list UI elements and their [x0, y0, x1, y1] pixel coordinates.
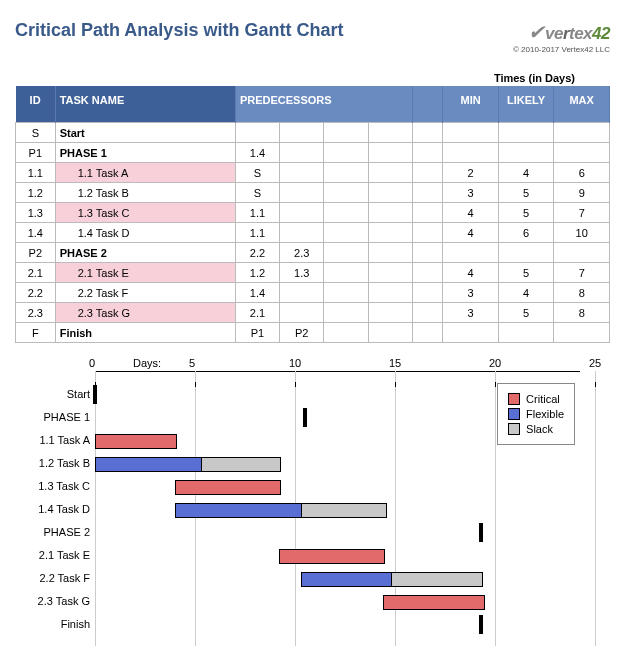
table-header-row: ID TASK NAME PREDECESSORS MIN LIKELY MAX: [16, 86, 610, 123]
cell-max: 6: [554, 163, 610, 183]
gantt-row: 2.1 Task E: [15, 546, 580, 566]
logo-block: ✔vertex42 © 2010-2017 Vertex42 LLC: [513, 20, 610, 54]
cell-gap: [412, 263, 443, 283]
cell-id: 2.1: [16, 263, 56, 283]
gantt-row-label: 1.1 Task A: [15, 434, 90, 446]
cell-likely: [498, 243, 554, 263]
cell-gap: [412, 123, 443, 143]
cell-pred: 1.1: [235, 203, 279, 223]
cell-gap: [412, 203, 443, 223]
cell-pred: [368, 223, 412, 243]
gantt-bar-crit: [95, 434, 177, 449]
cell-name: 1.1 Task A: [55, 163, 235, 183]
cell-pred: [280, 123, 324, 143]
col-pred: PREDECESSORS: [235, 86, 412, 123]
legend: Critical Flexible Slack: [497, 383, 575, 445]
cell-pred: [324, 283, 368, 303]
gantt-row-label: 2.3 Task G: [15, 595, 90, 607]
cell-pred: [324, 243, 368, 263]
gantt-bar-flex: [175, 503, 303, 518]
gantt-row: Start: [15, 385, 580, 405]
cell-name: Finish: [55, 323, 235, 343]
cell-id: S: [16, 123, 56, 143]
cell-pred: [280, 143, 324, 163]
gantt-bar-crit: [175, 480, 281, 495]
table-row[interactable]: 2.22.2 Task F1.4348: [16, 283, 610, 303]
table-row[interactable]: FFinishP1P2: [16, 323, 610, 343]
cell-likely: 5: [498, 203, 554, 223]
cell-pred: [324, 303, 368, 323]
cell-name: 2.3 Task G: [55, 303, 235, 323]
cell-name: 1.3 Task C: [55, 203, 235, 223]
cell-pred: P1: [235, 323, 279, 343]
cell-id: P1: [16, 143, 56, 163]
cell-max: [554, 323, 610, 343]
gantt-bar-crit: [279, 549, 385, 564]
col-max: MAX: [554, 86, 610, 123]
cell-gap: [412, 183, 443, 203]
cell-gap: [412, 303, 443, 323]
table-row[interactable]: 1.11.1 Task AS246: [16, 163, 610, 183]
cell-max: 10: [554, 223, 610, 243]
cell-pred: [368, 243, 412, 263]
cell-likely: 5: [498, 183, 554, 203]
cell-pred: [368, 303, 412, 323]
cell-likely: 4: [498, 163, 554, 183]
cell-likely: [498, 143, 554, 163]
table-row[interactable]: 2.12.1 Task E1.21.3457: [16, 263, 610, 283]
cell-pred: 1.1: [235, 223, 279, 243]
cell-pred: 1.3: [280, 263, 324, 283]
cell-pred: [324, 323, 368, 343]
cell-likely: [498, 323, 554, 343]
cell-likely: 6: [498, 223, 554, 243]
table-row[interactable]: SStart: [16, 123, 610, 143]
gantt-marker: [93, 385, 97, 404]
cell-min: 4: [443, 203, 499, 223]
cell-max: 9: [554, 183, 610, 203]
gantt-row-label: Start: [15, 388, 90, 400]
legend-critical: Critical: [508, 393, 564, 405]
gantt-row: 2.3 Task G: [15, 592, 580, 612]
cell-min: 3: [443, 183, 499, 203]
gantt-row: 1.4 Task D: [15, 500, 580, 520]
gantt-bar-slack: [391, 572, 483, 587]
gantt-row: 1.3 Task C: [15, 477, 580, 497]
cell-pred: [368, 203, 412, 223]
cell-min: 2: [443, 163, 499, 183]
cell-max: 8: [554, 283, 610, 303]
cell-gap: [412, 283, 443, 303]
gantt-row-label: 1.2 Task B: [15, 457, 90, 469]
cell-pred: P2: [280, 323, 324, 343]
table-row[interactable]: P1PHASE 11.4: [16, 143, 610, 163]
gantt-row-label: 1.4 Task D: [15, 503, 90, 515]
cell-min: [443, 323, 499, 343]
cell-min: 4: [443, 263, 499, 283]
gantt-row: Finish: [15, 615, 580, 635]
table-row[interactable]: P2PHASE 22.22.3: [16, 243, 610, 263]
gantt-row-label: 1.3 Task C: [15, 480, 90, 492]
table-row[interactable]: 2.32.3 Task G2.1358: [16, 303, 610, 323]
gantt-bar-flex: [301, 572, 393, 587]
cell-min: [443, 243, 499, 263]
table-row[interactable]: 1.31.3 Task C1.1457: [16, 203, 610, 223]
gantt-row-label: 2.2 Task F: [15, 572, 90, 584]
table-row[interactable]: 1.41.4 Task D1.14610: [16, 223, 610, 243]
cell-id: 1.4: [16, 223, 56, 243]
table-row[interactable]: 1.21.2 Task BS359: [16, 183, 610, 203]
gantt-bar-slack: [201, 457, 281, 472]
col-gap: [412, 86, 443, 123]
cell-name: 2.1 Task E: [55, 263, 235, 283]
cell-min: [443, 123, 499, 143]
cell-gap: [412, 323, 443, 343]
col-min: MIN: [443, 86, 499, 123]
gantt-row-label: 2.1 Task E: [15, 549, 90, 561]
cell-min: [443, 143, 499, 163]
gantt-bar-flex: [95, 457, 203, 472]
cell-id: 1.1: [16, 163, 56, 183]
cell-pred: 1.4: [235, 143, 279, 163]
gantt-row: 2.2 Task F: [15, 569, 580, 589]
cell-pred: [324, 183, 368, 203]
gantt-row-label: PHASE 1: [15, 411, 90, 423]
cell-pred: [324, 143, 368, 163]
cell-pred: [280, 303, 324, 323]
